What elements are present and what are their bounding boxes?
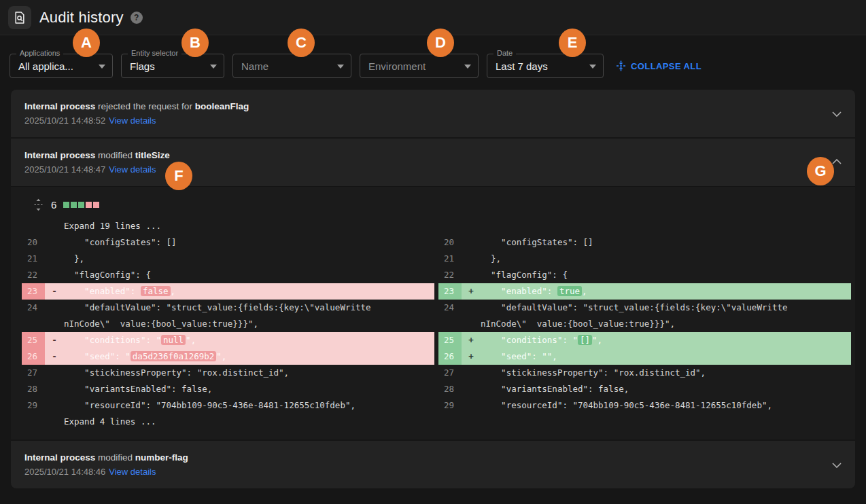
diff-row: 21 },21 },: [22, 251, 851, 267]
entry-summary: Internal process modified titleSize: [24, 149, 822, 162]
diff-viewer: 6 Expand 19 lines ...20 "configStates": …: [11, 186, 855, 439]
line-number: 22: [22, 267, 45, 283]
name-placeholder: Name: [241, 60, 269, 72]
annotation-badge-c: C: [288, 29, 315, 57]
audit-entry-number-flag[interactable]: Internal process modified number-flag 20…: [11, 441, 855, 488]
line-number: 28: [438, 381, 462, 397]
diff-stat-square-green: [71, 202, 77, 208]
code-text: "defaultValue": "struct_value:{fields:{k…: [64, 300, 372, 332]
diff-stat-square-green: [63, 202, 69, 208]
annotation-badge-f: F: [165, 162, 192, 190]
diff-sign: -: [45, 348, 64, 365]
date-value: Last 7 days: [496, 60, 548, 72]
diff-sign: +: [462, 283, 481, 300]
code-text: "seed": "",: [481, 348, 557, 365]
audit-log-icon: [8, 6, 31, 29]
line-number: 29: [22, 397, 45, 414]
code-text: "flagConfig": {: [64, 267, 151, 283]
expand-lines-link[interactable]: Expand 4 lines ...: [22, 414, 156, 430]
entry-meta: 2025/10/21 14:48:46View details: [24, 466, 822, 478]
diff-sign: -: [45, 332, 64, 348]
expand-lines-link[interactable]: Expand 19 lines ...: [22, 218, 161, 234]
line-number: 24: [438, 300, 462, 316]
entity-selector-select[interactable]: Entity selector Flags: [121, 54, 224, 78]
code-text: "resourceId": "704bb109-90c5-436e-8481-1…: [481, 397, 772, 414]
chevron-down-icon[interactable]: [832, 458, 842, 471]
line-number: 21: [22, 251, 45, 267]
chevron-down-icon: [589, 65, 596, 69]
chevron-down-icon: [464, 65, 471, 69]
line-number: 23: [22, 283, 45, 300]
diff-row: Expand 4 lines ...: [22, 414, 851, 430]
view-details-link[interactable]: View details: [109, 164, 156, 175]
view-details-link[interactable]: View details: [109, 115, 156, 126]
line-number: 25: [438, 332, 462, 348]
diff-row: 25- "conditions": "null",25+ "conditions…: [22, 332, 851, 348]
code-text: "conditions": "null",: [64, 332, 196, 348]
code-text: "conditions": "[]",: [481, 332, 602, 348]
diff-row: 28 "variantsEnabled": false,28 "variants…: [22, 381, 851, 397]
changed-token: true: [557, 286, 582, 296]
page: Audit history ? Applications All applica…: [0, 0, 866, 504]
entry-timestamp: 2025/10/21 14:48:52: [24, 115, 105, 126]
code-text: "configStates": []: [481, 234, 593, 251]
annotation-badge-b: B: [181, 29, 209, 57]
entry-summary: Internal process modified number-flag: [24, 452, 822, 464]
code-text: "flagConfig": {: [481, 267, 568, 283]
code-text: },: [64, 251, 84, 267]
diff-sign: +: [462, 332, 481, 348]
date-select[interactable]: Date Last 7 days: [487, 54, 604, 78]
environment-select[interactable]: Environment: [360, 54, 479, 78]
code-text: "defaultValue": "struct_value:{fields:{k…: [481, 300, 789, 332]
code-text: "resourceId": "704bb109-90c5-436e-8481-1…: [64, 397, 356, 414]
help-icon[interactable]: ?: [131, 12, 143, 24]
annotation-badge-d: D: [427, 29, 454, 57]
code-text: "variantsEnabled": false,: [481, 381, 629, 397]
date-label: Date: [493, 49, 516, 57]
diff-changes-count: 6: [51, 199, 56, 211]
line-number: 24: [22, 300, 45, 316]
diff-stat-square-red: [93, 202, 99, 208]
line-number: 26: [22, 348, 45, 365]
line-number: 20: [22, 234, 45, 251]
applications-select[interactable]: Applications All applica...: [10, 54, 113, 78]
entity-selector-label: Entity selector: [128, 49, 181, 57]
diff-sign: -: [45, 283, 64, 300]
diff-row: 22 "flagConfig": {22 "flagConfig": {: [22, 267, 851, 283]
code-text: "variantsEnabled": false,: [64, 381, 212, 397]
diff-stat-squares: [63, 202, 101, 208]
line-number: 27: [22, 365, 45, 381]
audit-entry-booleanflag[interactable]: Internal process rejected the request fo…: [11, 90, 855, 137]
entry-timestamp: 2025/10/21 14:48:46: [24, 467, 105, 477]
line-number: 26: [438, 348, 462, 365]
expand-unfold-icon[interactable]: [34, 198, 43, 211]
diff-row: Expand 19 lines ...: [22, 218, 851, 234]
name-select[interactable]: Name: [232, 54, 351, 78]
collapse-all-button[interactable]: COLLAPSE ALL: [616, 60, 702, 71]
code-text: "seed": "da5d236f0a1269b2",: [64, 348, 226, 365]
chevron-down-icon: [337, 65, 344, 69]
diff-row: 27 "stickinessProperty": "rox.distinct_i…: [22, 365, 851, 381]
diff-sign: +: [462, 348, 481, 365]
code-text: "enabled": false,: [64, 283, 175, 300]
changed-token: null: [161, 335, 186, 345]
diff-row: 26- "seed": "da5d236f0a1269b2",26+ "seed…: [22, 348, 851, 365]
annotation-badge-a: A: [73, 29, 100, 57]
chevron-down-icon[interactable]: [832, 107, 842, 120]
entry-timestamp: 2025/10/21 14:48:47: [24, 164, 105, 175]
line-number: 25: [22, 332, 45, 348]
entry-summary: Internal process rejected the request fo…: [24, 101, 822, 113]
diff-stat-square-red: [86, 202, 92, 208]
filter-bar: Applications All applica... Entity selec…: [10, 54, 855, 78]
line-number: 27: [438, 365, 462, 381]
line-number: 23: [438, 283, 462, 300]
view-details-link[interactable]: View details: [109, 467, 156, 477]
line-number: 20: [438, 234, 462, 251]
line-number: 21: [438, 251, 462, 267]
diff-row: 24 "defaultValue": "struct_value:{fields…: [22, 300, 851, 332]
changed-token: false: [141, 286, 171, 296]
diff-row: 20 "configStates": []20 "configStates": …: [22, 234, 851, 251]
entity-selector-value: Flags: [130, 60, 155, 72]
audit-entry-titlesize[interactable]: Internal process modified titleSize 2025…: [11, 139, 855, 186]
diff-toolbar: 6: [22, 196, 851, 213]
